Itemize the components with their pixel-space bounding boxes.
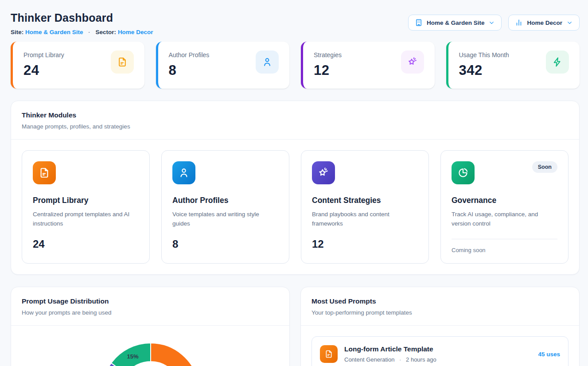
module-title: Content Strategies — [312, 196, 418, 205]
site-selector-label: Home & Garden Site — [427, 19, 485, 26]
prompt-uses-badge: 45 uses — [538, 351, 560, 358]
dashboard-page: Thinker Dashboard Site: Home & Garden Si… — [0, 0, 588, 366]
module-title: Governance — [452, 196, 557, 205]
modules-body: Prompt Library Centralized prompt templa… — [11, 140, 579, 274]
title-block: Thinker Dashboard Site: Home & Garden Si… — [11, 12, 153, 35]
stat-label: Prompt Library — [23, 51, 64, 58]
sparkle-star-icon — [401, 51, 424, 74]
prompt-category: Content Generation — [344, 356, 394, 363]
sector-link[interactable]: Home Decor — [118, 29, 153, 35]
chart-area: 15% — [11, 326, 289, 366]
donut-segment-orange-segment — [151, 343, 199, 366]
module-title: Prompt Library — [33, 196, 139, 205]
sector-selector-label: Home Decor — [527, 19, 562, 26]
chevron-down-icon — [488, 19, 495, 26]
stat-label: Author Profiles — [169, 51, 210, 58]
stat-label: Strategies — [314, 51, 342, 58]
module-description: Brand playbooks and content frameworks — [312, 210, 418, 229]
sector-selector-button[interactable]: Home Decor — [508, 15, 580, 31]
prompts-panel-header: Most Used Prompts Your top-performing pr… — [301, 287, 579, 326]
module-card-author-profiles[interactable]: Author Profiles Voice templates and writ… — [161, 150, 289, 264]
stat-value: 8 — [169, 62, 210, 78]
usage-distribution-panel: Prompt Usage Distribution How your promp… — [11, 287, 290, 366]
prompt-time: 2 hours ago — [406, 356, 436, 363]
site-label: Site: — [11, 29, 23, 35]
prompt-meta: Content Generation · 2 hours ago — [344, 356, 531, 363]
page-title: Thinker Dashboard — [11, 12, 153, 24]
file-text-icon — [111, 51, 134, 74]
building-icon — [415, 19, 423, 27]
stats-row: Prompt Library 24 Author Profiles 8 Stra… — [11, 42, 580, 89]
modules-panel: Thinker Modules Manage prompts, profiles… — [11, 101, 580, 275]
stat-card-strategies: Strategies 12 — [301, 42, 435, 89]
module-card-prompt-library[interactable]: Prompt Library Centralized prompt templa… — [22, 150, 150, 264]
donut-segment-label: 15% — [127, 353, 139, 360]
chevron-down-icon — [566, 19, 573, 26]
donut-chart: 15% — [11, 326, 289, 366]
user-icon — [172, 161, 195, 184]
stat-card-usage: Usage This Month 342 — [446, 42, 580, 89]
site-link[interactable]: Home & Garden Site — [25, 29, 83, 35]
breadcrumb: Site: Home & Garden Site · Sector: Home … — [11, 29, 153, 35]
module-card-content-strategies[interactable]: Content Strategies Brand playbooks and c… — [301, 150, 429, 264]
prompts-panel-title: Most Used Prompts — [312, 297, 569, 305]
soon-badge: Soon — [532, 161, 557, 173]
stat-label: Usage This Month — [459, 51, 509, 58]
module-description: Track AI usage, compliance, and version … — [452, 210, 557, 229]
header-selectors: Home & Garden Site Home Decor — [408, 15, 580, 31]
file-text-icon — [320, 345, 338, 363]
module-coming-soon: Coming soon — [452, 239, 557, 253]
stat-card-prompt-library: Prompt Library 24 — [11, 42, 144, 89]
user-icon — [256, 51, 279, 74]
bar-chart-icon — [515, 19, 523, 27]
module-count: 8 — [172, 238, 278, 250]
module-title: Author Profiles — [172, 196, 278, 205]
usage-panel-header: Prompt Usage Distribution How your promp… — [11, 287, 289, 326]
stat-value: 24 — [23, 62, 64, 78]
bottom-row: Prompt Usage Distribution How your promp… — [11, 287, 580, 366]
prompt-title: Long-form Article Template — [344, 345, 531, 353]
zap-icon — [546, 51, 569, 74]
sector-label: Sector: — [96, 29, 117, 35]
most-used-prompts-panel: Most Used Prompts Your top-performing pr… — [300, 287, 580, 366]
meta-separator: · — [399, 356, 401, 363]
breadcrumb-separator: · — [88, 29, 90, 35]
file-text-icon — [33, 161, 56, 184]
usage-panel-subtitle: How your prompts are being used — [22, 309, 279, 316]
site-selector-button[interactable]: Home & Garden Site — [408, 15, 502, 31]
page-header: Thinker Dashboard Site: Home & Garden Si… — [11, 12, 580, 35]
module-count: 12 — [312, 238, 418, 250]
modules-panel-subtitle: Manage prompts, profiles, and strategies — [22, 123, 569, 130]
module-description: Voice templates and writing style guides — [172, 210, 278, 229]
module-count: 24 — [33, 238, 139, 250]
module-card-governance[interactable]: Soon Governance Track AI usage, complian… — [440, 150, 569, 264]
sparkle-star-icon — [312, 161, 335, 184]
prompts-list: Long-form Article Template Content Gener… — [301, 326, 579, 366]
modules-panel-header: Thinker Modules Manage prompts, profiles… — [11, 101, 579, 140]
usage-panel-title: Prompt Usage Distribution — [22, 297, 279, 305]
module-description: Centralized prompt templates and AI inst… — [33, 210, 139, 229]
stat-value: 342 — [459, 62, 509, 78]
stat-value: 12 — [314, 62, 342, 78]
pie-chart-icon — [452, 161, 475, 184]
modules-panel-title: Thinker Modules — [22, 111, 569, 119]
prompt-list-item[interactable]: Long-form Article Template Content Gener… — [312, 336, 569, 366]
prompts-panel-subtitle: Your top-performing prompt templates — [312, 309, 569, 316]
stat-card-author-profiles: Author Profiles 8 — [156, 42, 290, 89]
